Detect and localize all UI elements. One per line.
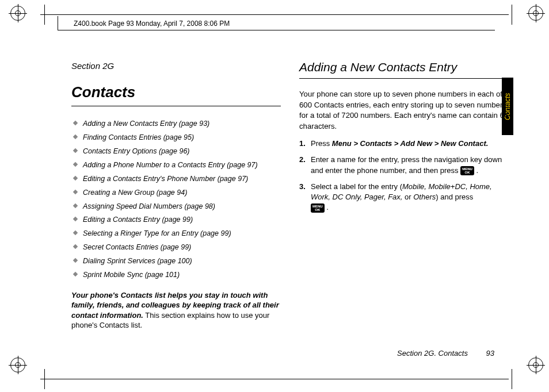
toc-item: Editing a Contacts Entry's Phone Number … [71, 174, 281, 184]
toc-item: Assigning Speed Dial Numbers (page 98) [71, 202, 281, 212]
crop-mark-top-left [10, 6, 39, 34]
menu-ok-key-icon: MENUOK [311, 203, 325, 213]
step-item: Press Menu > Contacts > Add New > New Co… [299, 139, 509, 149]
framemaker-header: Z400.book Page 93 Monday, April 7, 2008 … [74, 20, 230, 28]
toc-item: Sprint Mobile Sync (page 101) [71, 270, 281, 280]
page-number: 93 [486, 349, 494, 358]
crop-rule-top [40, 14, 509, 15]
page-footer: Section 2G. Contacts 93 [397, 349, 494, 358]
menu-ok-key-icon: MENUOK [460, 166, 474, 175]
diamond-bullet-icon [73, 148, 78, 153]
crop-mark-bottom-left [10, 358, 39, 386]
crop-mark-top-right [514, 6, 543, 34]
toc-item: Selecting a Ringer Type for an Entry (pa… [71, 229, 281, 239]
diamond-bullet-icon [73, 230, 78, 235]
intro-paragraph: Your phone's Contacts list helps you sta… [71, 290, 281, 330]
diamond-bullet-icon [73, 162, 78, 167]
diamond-bullet-icon [73, 121, 78, 125]
step-item: Enter a name for the entry, press the na… [299, 155, 509, 175]
crop-mark-bottom-right [514, 358, 543, 386]
chapter-title: Contacts [71, 82, 281, 106]
diamond-bullet-icon [73, 244, 78, 249]
page-content: Section 2G Contacts Adding a New Contact… [71, 60, 509, 352]
diamond-bullet-icon [73, 258, 78, 263]
section-label: Section 2G [71, 60, 281, 72]
footer-section-label: Section 2G. Contacts [397, 349, 468, 358]
body-paragraph: Your phone can store up to seven phone n… [299, 89, 509, 132]
toc-item: Contacts Entry Options (page 96) [71, 147, 281, 156]
column-left: Section 2G Contacts Adding a New Contact… [71, 60, 281, 330]
toc-item: Editing a Contacts Entry (page 99) [71, 215, 281, 225]
diamond-bullet-icon [73, 217, 78, 221]
toc-item: Finding Contacts Entries (page 95) [71, 133, 281, 143]
toc-item: Adding a New Contacts Entry (page 93) [71, 119, 281, 129]
crop-rule-bottom [40, 379, 509, 379]
toc-item: Adding a Phone Number to a Contacts Entr… [71, 160, 281, 170]
diamond-bullet-icon [73, 176, 78, 180]
diamond-bullet-icon [73, 272, 78, 276]
section-heading: Adding a New Contacts Entry [299, 59, 509, 79]
toc-item: Secret Contacts Entries (page 99) [71, 243, 281, 252]
diamond-bullet-icon [73, 189, 78, 194]
toc-item: Creating a New Group (page 94) [71, 188, 281, 198]
toc-item: Dialing Sprint Services (page 100) [71, 256, 281, 266]
step-item: Select a label for the entry (Mobile, Mo… [299, 182, 509, 213]
column-right: Adding a New Contacts Entry Your phone c… [299, 60, 509, 330]
steps-list: Press Menu > Contacts > Add New > New Co… [299, 139, 509, 213]
toc-list: Adding a New Contacts Entry (page 93) Fi… [71, 119, 281, 280]
diamond-bullet-icon [73, 134, 78, 139]
diamond-bullet-icon [73, 203, 78, 207]
